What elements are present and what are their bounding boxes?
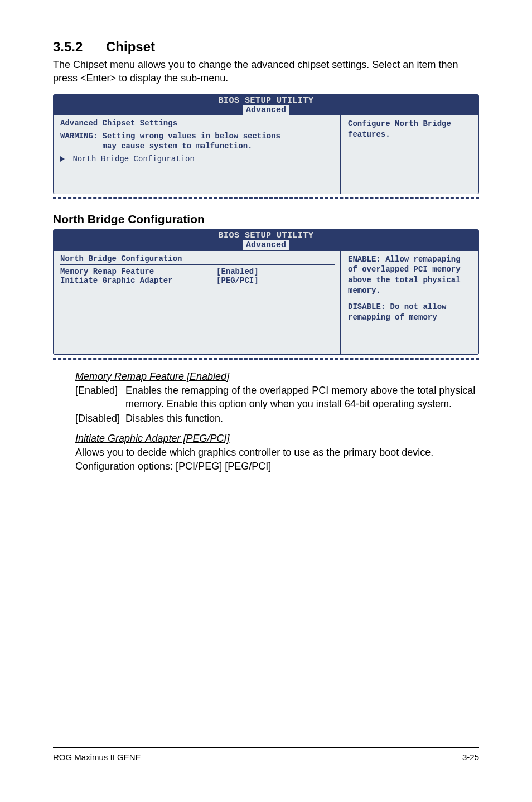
- initiate-graphic-body: Allows you to decide which graphics cont…: [75, 446, 479, 473]
- bios-header: BIOS SETUP UTILITY Advanced: [54, 230, 478, 251]
- enabled-tag: [Enabled]: [75, 384, 125, 411]
- dashed-separator: [53, 358, 479, 360]
- footer-right: 3-25: [462, 752, 479, 762]
- initiate-graphic-title: Initiate Graphic Adapter [PEG/PCI]: [75, 433, 479, 445]
- setting-label: Initiate Graphic Adapter: [60, 276, 216, 285]
- initiate-graphic-adapter-row[interactable]: Initiate Graphic Adapter [PEG/PCI]: [60, 276, 335, 285]
- bios-panel-north-bridge: BIOS SETUP UTILITY Advanced North Bridge…: [53, 229, 479, 355]
- bios-left-title: Advanced Chipset Settings: [60, 119, 335, 129]
- bios-help-enable: ENABLE: Allow remapaping of overlapped P…: [348, 254, 473, 297]
- bios-header: BIOS SETUP UTILITY Advanced: [54, 95, 478, 116]
- bios-warning-text: WARMING: Setting wrong values in below s…: [60, 132, 335, 151]
- bios-tab-advanced[interactable]: Advanced: [243, 105, 289, 115]
- page-footer: ROG Maximus II GENE 3-25: [53, 747, 479, 762]
- footer-left: ROG Maximus II GENE: [53, 752, 141, 762]
- memory-remap-feature-row[interactable]: Memory Remap Feature [Enabled]: [60, 267, 335, 276]
- bios-tab-advanced[interactable]: Advanced: [243, 240, 289, 250]
- disabled-description: Disables this function.: [125, 412, 223, 425]
- bios-help-text: Configure North Bridge features.: [348, 119, 473, 140]
- bios-arrow-item-label: North Bridge Configuration: [72, 154, 194, 163]
- north-bridge-config-item[interactable]: North Bridge Configuration: [60, 154, 335, 163]
- bios-help-disable: DISABLE: Do not allow remapping of memor…: [348, 302, 473, 323]
- north-bridge-subheading: North Bridge Configuration: [53, 212, 479, 226]
- bios-header-title: BIOS SETUP UTILITY: [54, 231, 478, 240]
- section-heading: 3.5.2 Chipset: [53, 39, 479, 55]
- setting-label: Memory Remap Feature: [60, 267, 216, 276]
- setting-value: [Enabled]: [216, 267, 259, 276]
- section-number: 3.5.2: [53, 39, 106, 55]
- setting-value: [PEG/PCI]: [216, 276, 259, 285]
- bios-left-title: North Bridge Configuration: [60, 254, 335, 265]
- bios-header-title: BIOS SETUP UTILITY: [54, 96, 478, 105]
- section-intro: The Chipset menu allows you to change th…: [53, 58, 479, 85]
- memory-remap-title: Memory Remap Feature [Enabled]: [75, 371, 479, 383]
- enabled-description: Enables the remapping of the overlapped …: [125, 384, 479, 411]
- bios-panel-advanced-chipset: BIOS SETUP UTILITY Advanced Advanced Chi…: [53, 94, 479, 195]
- disabled-tag: [Disabled]: [75, 412, 125, 425]
- section-title: Chipset: [106, 39, 155, 55]
- dashed-separator: [53, 197, 479, 199]
